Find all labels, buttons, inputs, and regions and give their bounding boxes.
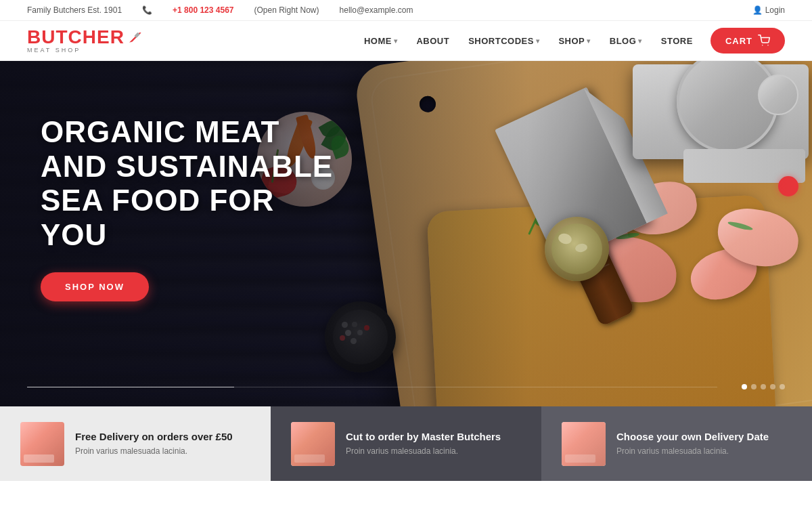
svg-point-2 (767, 45, 769, 46)
logo-knife-icon (127, 30, 142, 45)
features-section: Free Delivery on orders over £50 Proin v… (0, 406, 812, 481)
feature-desc-3: Proin varius malesuada lacinia. (616, 446, 792, 457)
slider-line (27, 387, 717, 387)
family-label: Family Butchers Est. 1901 (27, 5, 122, 15)
cart-label: CART (725, 36, 752, 46)
slider-progress (27, 387, 234, 387)
feature-card-3: Choose your own Delivery Date Proin vari… (541, 406, 812, 481)
slider-dot-2[interactable] (751, 384, 757, 389)
main-nav: HOME ABOUT SHORTCODES SHOP BLOG STORE CA… (356, 28, 785, 54)
logo[interactable]: BUTCHER MEAT SHOP (27, 28, 142, 54)
feature-img-2 (291, 422, 335, 466)
nav-about[interactable]: ABOUT (408, 30, 457, 51)
logo-tagline: MEAT SHOP (27, 47, 142, 54)
feature-text-2: Cut to order by Master Butchers Proin va… (346, 430, 521, 457)
hero-section: ORGANIC MEAT AND SUSTAINABLE SEA FOOD FO… (0, 61, 812, 406)
login-label: Login (765, 5, 785, 15)
cart-button[interactable]: CART (710, 28, 785, 54)
slider-dot-4[interactable] (770, 384, 775, 389)
feature-desc-2: Proin varius malesuada lacinia. (346, 446, 521, 457)
hero-title: ORGANIC MEAT AND SUSTAINABLE SEA FOOD FO… (41, 115, 345, 252)
feature-title-1: Free Delivery on orders over £50 (75, 430, 250, 444)
topbar: Family Butchers Est. 1901 📞 +1 800 123 4… (0, 0, 812, 21)
slider-dot-1[interactable] (742, 384, 747, 389)
feature-img-1 (20, 422, 64, 466)
cart-icon (758, 35, 770, 47)
header: BUTCHER MEAT SHOP HOME ABOUT SHORTCODES … (0, 21, 812, 61)
phone-number[interactable]: +1 800 123 4567 (173, 5, 233, 15)
feature-title-2: Cut to order by Master Butchers (346, 430, 521, 444)
nav-shortcodes[interactable]: SHORTCODES (460, 30, 547, 51)
phone-status: (Open Right Now) (254, 5, 319, 15)
login-link[interactable]: 👤 Login (752, 5, 785, 15)
phone-icon: 📞 (142, 5, 152, 15)
feature-img-3 (562, 422, 606, 466)
feature-title-3: Choose your own Delivery Date (616, 430, 792, 444)
logo-text: BUTCHER (27, 28, 125, 47)
slider-dot-5[interactable] (780, 384, 785, 389)
nav-shop[interactable]: SHOP (550, 30, 598, 51)
email[interactable]: hello@example.com (340, 5, 413, 15)
slider-dot-3[interactable] (761, 384, 766, 389)
user-icon: 👤 (752, 5, 763, 15)
hero-content: ORGANIC MEAT AND SUSTAINABLE SEA FOOD FO… (41, 115, 345, 301)
feature-card-2: Cut to order by Master Butchers Proin va… (271, 406, 541, 481)
nav-store[interactable]: STORE (653, 30, 701, 51)
feature-desc-1: Proin varius malesuada lacinia. (75, 446, 250, 457)
svg-point-1 (762, 45, 763, 46)
shop-now-button[interactable]: SHOP NOW (41, 272, 149, 301)
feature-card-1: Free Delivery on orders over £50 Proin v… (0, 406, 271, 481)
slider-dots (742, 384, 785, 389)
feature-text-3: Choose your own Delivery Date Proin vari… (616, 430, 792, 457)
feature-text-1: Free Delivery on orders over £50 Proin v… (75, 430, 250, 457)
nav-blog[interactable]: BLOG (602, 30, 650, 51)
nav-home[interactable]: HOME (356, 30, 406, 51)
